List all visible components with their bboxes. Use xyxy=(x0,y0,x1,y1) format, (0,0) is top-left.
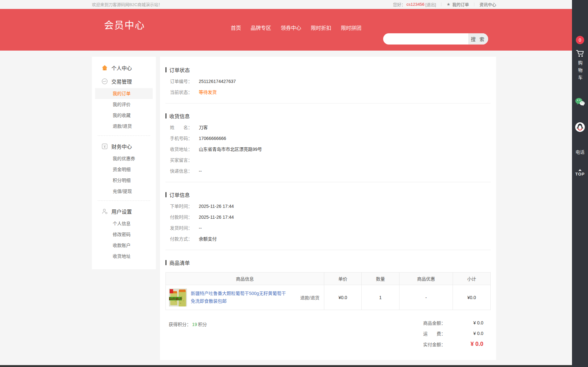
order-status-row: 当前状态： 等待发货 xyxy=(165,89,491,95)
sidebar-group-finance[interactable]: 财务中心 xyxy=(92,140,156,153)
receiver-name: 刀客 xyxy=(199,124,208,131)
greeting-label: 您好： xyxy=(393,1,406,7)
buyer-message-row: 买家留言： xyxy=(165,157,491,163)
sidebar-item-refunds[interactable]: 退款/退货 xyxy=(95,121,153,132)
goods-table-row: 买2斤送1斤 新疆特产吐鲁番大颗粒葡萄干500g无籽黄葡萄干免洗即食散装包邮 退… xyxy=(166,285,490,310)
sidebar-item-recharge-withdraw[interactable]: 充值/提现 xyxy=(95,186,153,197)
welcome-text: 欢迎来到刀客源码网B2C商城演示站！ xyxy=(92,1,162,7)
receiver-address-row: 收货地址： 山东省青岛市市北区漂亮路99号 xyxy=(165,146,491,152)
unit-price: ¥0.0 xyxy=(324,285,361,310)
divider xyxy=(441,3,441,6)
nav-group-buy[interactable]: 限时拼团 xyxy=(341,24,361,31)
col-subtotal-header: 小计 xyxy=(453,273,490,285)
item-discount: - xyxy=(399,285,453,310)
section-marker xyxy=(165,67,166,72)
shipped-time: -- xyxy=(199,225,202,231)
divider xyxy=(165,250,491,250)
col-qty-header: 数量 xyxy=(361,273,399,285)
sidebar-item-my-favorites[interactable]: 我的收藏 xyxy=(95,110,153,121)
points-earned: 获得积分：19积分 xyxy=(169,321,207,352)
divider xyxy=(98,135,150,136)
paid-time-row: 付款时间： 2025-11-26 17:44 xyxy=(165,214,491,220)
sidebar-item-fund-details[interactable]: 资金明细 xyxy=(95,164,153,175)
goods-amount: ¥ 0.0 xyxy=(446,320,483,325)
trade-icon xyxy=(101,78,108,85)
col-discount-header: 商品优惠 xyxy=(399,273,453,285)
section-marker xyxy=(165,192,166,197)
sidebar-item-shipping-address[interactable]: 收货地址 xyxy=(95,251,153,262)
sidebar-item-my-coupons[interactable]: 我的优惠券 xyxy=(95,153,153,164)
search-bar: 搜 索 xyxy=(383,33,488,45)
sidebar-item-points-details[interactable]: 积分明细 xyxy=(95,175,153,186)
express-info-row: 快递信息： -- xyxy=(165,168,491,174)
receiver-address: 山东省青岛市市北区漂亮路99号 xyxy=(199,146,262,152)
back-to-top-button[interactable]: TOP xyxy=(575,169,585,176)
logout-link[interactable]: [退出] xyxy=(425,1,436,7)
qq-icon[interactable] xyxy=(575,122,585,133)
username: cs123456 xyxy=(407,2,424,7)
sidebar-item-personal-center[interactable]: 个人中心 xyxy=(92,61,156,75)
sidebar-group-user-settings[interactable]: 用户设置 xyxy=(92,205,156,218)
order-number: 251126174427637 xyxy=(199,78,236,85)
goods-table: 商品信息 单价 数量 商品优惠 小计 xyxy=(165,272,491,310)
cart-label[interactable]: 购物车 xyxy=(577,61,583,83)
sidebar-item-payment-account[interactable]: 收款账户 xyxy=(95,240,153,251)
sidebar-item-my-reviews[interactable]: 我的评价 xyxy=(95,99,153,110)
search-input[interactable] xyxy=(383,33,468,45)
right-toolbar: 0 购物车 电话 TOP xyxy=(572,0,588,367)
order-summary: 获得积分：19积分 商品金额： ¥ 0.0 运 费： ¥ 0.0 实付金额： ¥… xyxy=(165,320,491,352)
pay-method: 余额支付 xyxy=(199,236,217,242)
created-time-row: 下单时间： 2025-11-26 17:44 xyxy=(165,203,491,209)
divider xyxy=(165,103,491,103)
section-marker xyxy=(165,113,166,118)
goods-table-header: 商品信息 单价 数量 商品优惠 小计 xyxy=(166,273,490,285)
shipped-time-row: 发货时间： -- xyxy=(165,225,491,231)
product-image[interactable]: 买2斤送1斤 xyxy=(169,289,187,306)
nav-brand-zone[interactable]: 品牌专区 xyxy=(251,24,271,31)
col-price-header: 单价 xyxy=(324,273,361,285)
wechat-icon[interactable] xyxy=(575,97,585,107)
refund-link[interactable]: 退款/退货 xyxy=(300,294,319,301)
divider xyxy=(165,182,491,182)
pay-method-row: 付款方式： 余额支付 xyxy=(165,236,491,242)
status-badge: 等待发货 xyxy=(199,89,217,95)
divider xyxy=(98,200,150,201)
quantity: 1 xyxy=(361,285,399,310)
section-marker xyxy=(165,260,166,265)
section-order-info: 订单信息 xyxy=(165,191,491,199)
sidebar-item-change-password[interactable]: 修改密码 xyxy=(95,229,153,240)
freight-row: 运 费： ¥ 0.0 xyxy=(423,330,483,337)
freight-amount: ¥ 0.0 xyxy=(446,331,483,336)
nav-coupon-center[interactable]: 领券中心 xyxy=(281,24,301,31)
receiver-phone: 17066666666 xyxy=(199,135,226,142)
section-goods-list: 商品清单 xyxy=(165,259,491,266)
search-button[interactable]: 搜 索 xyxy=(468,33,488,45)
phone-link[interactable]: 电话 xyxy=(576,149,584,155)
cart-count-badge: 0 xyxy=(576,36,584,44)
paid-total: ¥ 0.0 xyxy=(446,341,483,347)
points-value: 19 xyxy=(192,322,197,327)
nav-home[interactable]: 首页 xyxy=(231,24,241,31)
order-detail-panel: 订单状态 订单编号： 251126174427637 当前状态： 等待发货 收货… xyxy=(160,57,496,360)
order-number-row: 订单编号： 251126174427637 xyxy=(165,78,491,85)
section-shipping-info: 收货信息 xyxy=(165,112,491,120)
member-sidebar: 个人中心 交易管理 我的订单 我的评价 我的收藏 退款/退货 财务中心 我的优惠… xyxy=(92,57,156,269)
express-info: -- xyxy=(199,168,202,174)
topbar: 欢迎来到刀客源码网B2C商城演示站！ 您好： cs123456 [退出] ★ 我… xyxy=(0,0,588,9)
sidebar-item-profile[interactable]: 个人信息 xyxy=(95,218,153,229)
receiver-phone-row: 手机号码： 17066666666 xyxy=(165,135,491,142)
sidebar-item-my-orders[interactable]: 我的订单 xyxy=(95,88,153,99)
totals-block: 商品金额： ¥ 0.0 运 费： ¥ 0.0 实付金额： ¥ 0.0 xyxy=(423,320,483,352)
product-title-link[interactable]: 新疆特产吐鲁番大颗粒葡萄干500g无籽黄葡萄干免洗即食散装包邮 xyxy=(191,290,287,305)
paid-time: 2025-11-26 17:44 xyxy=(199,214,234,220)
created-time: 2025-11-26 17:44 xyxy=(199,203,234,209)
logo[interactable]: 会员中心 xyxy=(104,17,145,31)
section-order-status: 订单状态 xyxy=(165,66,491,74)
svg-text:买2斤送1斤: 买2斤送1斤 xyxy=(169,297,182,300)
finance-icon xyxy=(101,143,108,150)
sidebar-group-trade[interactable]: 交易管理 xyxy=(92,75,156,88)
nav-flash-discount[interactable]: 限时折扣 xyxy=(311,24,331,31)
my-orders-link[interactable]: 我的订单 xyxy=(452,1,469,7)
cart-icon[interactable] xyxy=(576,49,584,59)
news-link[interactable]: 资讯中心 xyxy=(479,1,496,7)
